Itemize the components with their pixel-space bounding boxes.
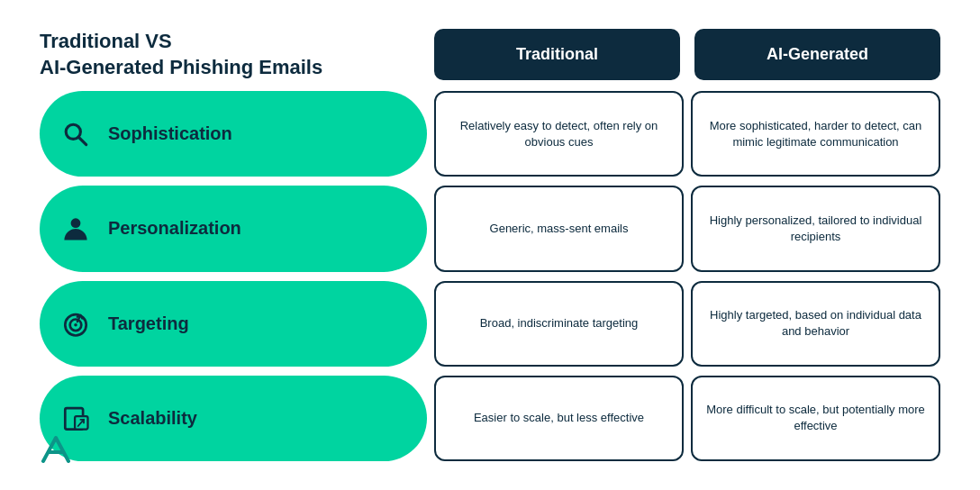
ai-generated-header-label: AI-Generated xyxy=(767,45,868,64)
svg-point-5 xyxy=(74,323,77,327)
sophistication-ai-cell: More sophisticated, harder to detect, ca… xyxy=(691,91,940,177)
table-row: Scalability Easier to scale, but less ef… xyxy=(40,376,940,461)
personalization-label-text: Personalization xyxy=(108,218,241,239)
sophistication-traditional-cell: Relatively easy to detect, often rely on… xyxy=(434,91,684,177)
targeting-traditional-cell: Broad, indiscriminate targeting xyxy=(434,281,684,367)
table-row: Sophistication Relatively easy to detect… xyxy=(40,91,940,177)
traditional-header: Traditional xyxy=(434,29,680,80)
targeting-label-text: Targeting xyxy=(108,313,189,334)
personalization-ai-cell: Highly personalized, tailored to individ… xyxy=(691,186,940,271)
brand-logo xyxy=(40,432,72,465)
data-rows: Sophistication Relatively easy to detect… xyxy=(40,91,940,461)
header-row: Traditional VS AI-Generated Phishing Ema… xyxy=(40,29,940,80)
sophistication-label: Sophistication xyxy=(40,91,427,177)
scalability-label-text: Scalability xyxy=(108,408,197,429)
scale-icon xyxy=(58,402,94,434)
title-block: Traditional VS AI-Generated Phishing Ema… xyxy=(40,29,427,80)
ai-generated-header: AI-Generated xyxy=(694,29,940,80)
logo-block xyxy=(40,432,72,465)
svg-line-1 xyxy=(78,137,86,145)
targeting-ai-cell: Highly targeted, based on individual dat… xyxy=(691,281,940,367)
traditional-header-label: Traditional xyxy=(516,45,598,64)
sophistication-label-text: Sophistication xyxy=(108,123,232,144)
targeting-label: Targeting xyxy=(40,281,427,367)
personalization-label: Personalization xyxy=(40,186,427,271)
table-row: Personalization Generic, mass-sent email… xyxy=(40,186,940,271)
search-icon xyxy=(58,118,94,150)
target-icon xyxy=(58,307,94,340)
scalability-label: Scalability xyxy=(40,376,427,461)
table-row: Targeting Broad, indiscriminate targetin… xyxy=(40,281,940,367)
person-icon xyxy=(58,213,94,245)
scalability-traditional-cell: Easier to scale, but less effective xyxy=(434,376,684,461)
personalization-traditional-cell: Generic, mass-sent emails xyxy=(434,186,684,271)
main-container: Traditional VS AI-Generated Phishing Ema… xyxy=(13,11,967,479)
scalability-ai-cell: More difficult to scale, but potentially… xyxy=(691,376,940,461)
page-title: Traditional VS AI-Generated Phishing Ema… xyxy=(40,29,322,80)
svg-point-2 xyxy=(71,218,81,228)
